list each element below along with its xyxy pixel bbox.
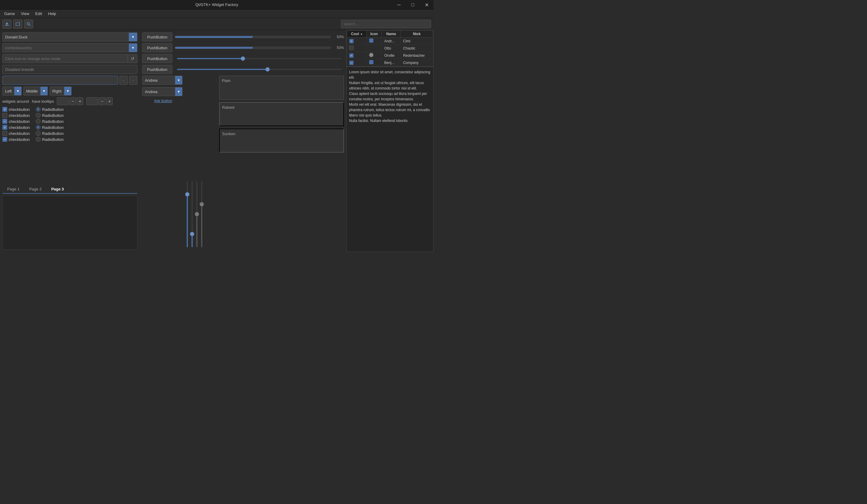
maximize-button[interactable]: □ (406, 0, 420, 10)
v-slider-4-thumb[interactable] (200, 202, 204, 206)
stepper2-input[interactable]: 0 (86, 97, 98, 105)
table-check-2[interactable] (349, 46, 354, 50)
stepper2-plus[interactable]: + (106, 97, 113, 105)
checkbox-2[interactable]: checkbutton (2, 113, 30, 118)
stepper2-minus[interactable]: − (99, 97, 106, 105)
slider-h-1[interactable] (177, 58, 342, 59)
v-slider-1-thumb[interactable] (185, 192, 189, 196)
checkbox-6[interactable]: checkbutton (2, 137, 30, 142)
push-btn-3[interactable]: PushButton (142, 54, 172, 63)
menu-edit[interactable]: Edit (32, 10, 45, 17)
cell-name-4: Benj... (382, 59, 401, 66)
v-slider-1-track[interactable] (187, 181, 188, 247)
combo-entry-arrow[interactable]: ▼ (129, 43, 137, 52)
v-slider-3-thumb[interactable] (195, 212, 199, 216)
v-slider-4-fill (201, 204, 202, 247)
tab-page1[interactable]: Page 1 (2, 185, 24, 193)
col-icon[interactable]: Icon (366, 31, 382, 37)
entry-btn2[interactable]: · (129, 76, 137, 85)
checkbox-5-box (2, 131, 7, 136)
check-radio-row-6: checkbutton RadioButton (2, 137, 137, 142)
v-slider-2-thumb[interactable] (190, 232, 194, 236)
check-radio-row-5: checkbutton RadioButton (2, 131, 137, 136)
entry-row: entry · · (2, 76, 137, 85)
radio-6-label: RadioButton (42, 137, 64, 142)
radio-4[interactable]: RadioButton (36, 125, 64, 130)
left-tab-content (2, 196, 137, 250)
v-slider-3-track[interactable] (196, 181, 197, 247)
search-area (341, 20, 431, 28)
echo-row: ↺ (2, 54, 137, 63)
andrea-select-1[interactable]: Andrea (142, 76, 175, 85)
v-slider-4-track[interactable] (201, 181, 202, 247)
echo-input[interactable] (2, 54, 128, 63)
v-slider-4 (201, 181, 202, 247)
col-name[interactable]: Name (382, 31, 401, 37)
stepper1-minus[interactable]: − (69, 97, 76, 105)
col-nick[interactable]: Nick (400, 31, 433, 37)
checkbox-1[interactable]: checkbutton (2, 107, 30, 112)
radio-2[interactable]: RadioButton (36, 113, 64, 118)
push-btn-4[interactable]: PushButton (142, 65, 172, 74)
col-cool[interactable]: Cool ▾ (347, 31, 367, 37)
radio-6[interactable]: RadioButton (36, 137, 64, 142)
combo-duck-select[interactable]: Donald DuckMickey MouseGoofy (2, 32, 129, 42)
entry-input[interactable]: entry (2, 76, 118, 85)
push-btn-1[interactable]: PushButton (142, 32, 172, 42)
dropdown-row: Left ▼ Middle ▼ Right ▼ (2, 87, 137, 96)
text-area[interactable]: Lorem ipsum dolor sit amet, consectetur … (346, 67, 434, 252)
slider-h-2[interactable] (177, 69, 342, 70)
slider-h-thumb-1[interactable] (241, 56, 245, 61)
checkbox-3[interactable]: checkbutton (2, 119, 30, 124)
zoom-button[interactable] (24, 20, 33, 29)
close-button[interactable]: ✕ (420, 0, 434, 10)
tab-page2[interactable]: Page 2 (24, 185, 46, 193)
stepper1-input[interactable]: 50 (57, 97, 69, 105)
check-radio-row-1: checkbutton RadioButton (2, 107, 137, 112)
andrea-select-2[interactable]: Andrea (142, 87, 175, 96)
combo-duck-arrow[interactable]: ▼ (129, 32, 137, 42)
radio-3[interactable]: RadioButton (36, 119, 64, 124)
cell-icon-3 (366, 52, 382, 59)
middle-select[interactable]: Middle (23, 87, 41, 96)
link-button[interactable]: link button (142, 99, 184, 103)
entry-btn1[interactable]: · (119, 76, 128, 85)
svg-marker-1 (6, 22, 8, 25)
slider-h-thumb-2[interactable] (266, 67, 270, 72)
folder-button[interactable] (13, 20, 22, 29)
left-arrow[interactable]: ▼ (14, 87, 22, 96)
table-check-3[interactable] (349, 54, 354, 58)
menu-help[interactable]: Help (45, 10, 59, 17)
echo-mode-button[interactable]: ↺ (128, 54, 137, 63)
tab-page3[interactable]: Page 3 (46, 185, 68, 194)
checkbox-4[interactable]: checkbutton (2, 125, 30, 130)
menu-game[interactable]: Game (1, 10, 18, 17)
table-check-1[interactable] (349, 39, 354, 43)
combo-entry-input[interactable] (2, 43, 129, 52)
middle-arrow[interactable]: ▼ (41, 87, 48, 96)
check-radio-row-3: checkbutton RadioButton (2, 119, 137, 124)
stepper1-plus[interactable]: + (77, 97, 83, 105)
left-select[interactable]: Left (2, 87, 14, 96)
frame-plain: Plain (219, 76, 344, 100)
radio-1[interactable]: RadioButton (36, 107, 64, 112)
radio-5[interactable]: RadioButton (36, 131, 64, 136)
push-btn-2[interactable]: PushButton (142, 43, 172, 52)
table-check-4[interactable] (349, 61, 354, 65)
right-select[interactable]: Right (50, 87, 64, 96)
push-row-4: PushButton (142, 65, 344, 74)
menu-view[interactable]: View (18, 10, 32, 17)
andrea-arrow-1[interactable]: ▼ (175, 76, 182, 85)
minimize-button[interactable]: ─ (392, 0, 406, 10)
v-slider-2-track[interactable] (192, 181, 193, 247)
cell-icon-2 (366, 45, 382, 52)
right-arrow[interactable]: ▼ (64, 87, 72, 96)
checkbox-3-label: checkbutton (9, 119, 30, 124)
download-button[interactable] (2, 20, 11, 29)
search-input[interactable] (341, 20, 431, 28)
checkbox-5[interactable]: checkbutton (2, 131, 30, 136)
toolbar (0, 18, 434, 30)
cell-cool-4 (347, 59, 367, 66)
andrea-arrow-2[interactable]: ▼ (175, 87, 182, 96)
radio-5-btn (36, 131, 41, 136)
